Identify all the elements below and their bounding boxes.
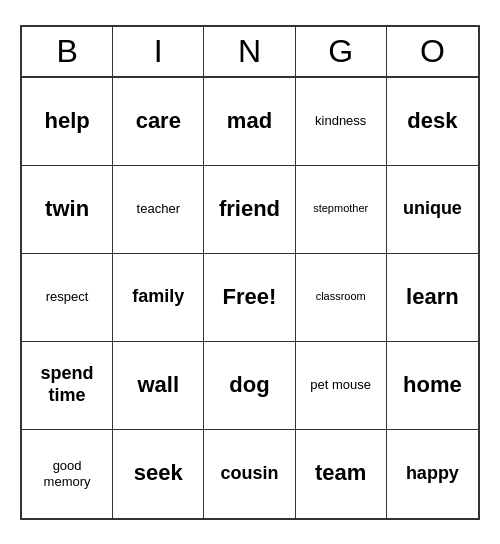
bingo-cell-18: pet mouse (296, 342, 387, 430)
bingo-cell-11: family (113, 254, 204, 342)
bingo-cell-23: team (296, 430, 387, 518)
bingo-cell-7: friend (204, 166, 295, 254)
bingo-card: BINGO helpcaremadkindnessdesktwinteacher… (20, 25, 480, 520)
bingo-cell-20: good memory (22, 430, 113, 518)
header-letter-o: O (387, 27, 478, 76)
bingo-cell-8: stepmother (296, 166, 387, 254)
bingo-cell-6: teacher (113, 166, 204, 254)
bingo-cell-22: cousin (204, 430, 295, 518)
header-letter-b: B (22, 27, 113, 76)
bingo-cell-17: dog (204, 342, 295, 430)
bingo-cell-9: unique (387, 166, 478, 254)
bingo-header: BINGO (22, 27, 478, 78)
header-letter-g: G (296, 27, 387, 76)
bingo-cell-15: spend time (22, 342, 113, 430)
bingo-cell-13: classroom (296, 254, 387, 342)
bingo-cell-5: twin (22, 166, 113, 254)
bingo-cell-4: desk (387, 78, 478, 166)
bingo-cell-3: kindness (296, 78, 387, 166)
bingo-cell-12: Free! (204, 254, 295, 342)
bingo-grid: helpcaremadkindnessdesktwinteacherfriend… (22, 78, 478, 518)
bingo-cell-24: happy (387, 430, 478, 518)
bingo-cell-19: home (387, 342, 478, 430)
bingo-cell-10: respect (22, 254, 113, 342)
bingo-cell-1: care (113, 78, 204, 166)
bingo-cell-16: wall (113, 342, 204, 430)
bingo-cell-0: help (22, 78, 113, 166)
bingo-cell-21: seek (113, 430, 204, 518)
header-letter-i: I (113, 27, 204, 76)
header-letter-n: N (204, 27, 295, 76)
bingo-cell-2: mad (204, 78, 295, 166)
bingo-cell-14: learn (387, 254, 478, 342)
